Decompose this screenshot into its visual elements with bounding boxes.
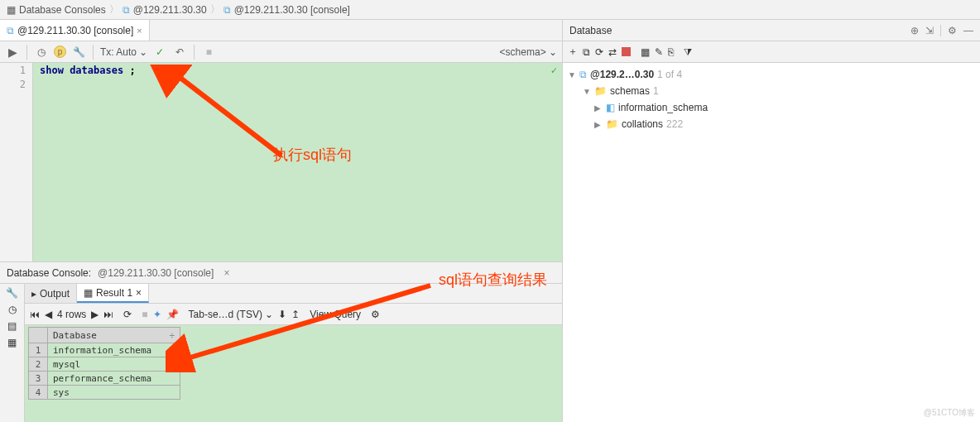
close-icon[interactable]: × [137, 26, 142, 36]
edit-icon[interactable]: ✎ [655, 46, 663, 58]
grid-cell[interactable]: sys [48, 386, 180, 400]
breadcrumb: ▦ Database Consoles 〉 ⧉ @129.211.30.30 〉… [0, 0, 980, 20]
breadcrumb-item-host[interactable]: ⧉ @129.211.30.30 [122, 4, 207, 16]
rows-count: 4 rows [57, 309, 86, 320]
annotation-arrow [149, 65, 290, 172]
tree-count: 1 of 4 [657, 69, 682, 80]
settings-icon[interactable]: ✦ [153, 309, 161, 320]
refresh-icon[interactable]: ⟳ [595, 46, 603, 58]
close-icon[interactable]: × [223, 267, 229, 279]
result-tab[interactable]: ▦ Result 1 × [77, 284, 149, 303]
editor-tab-row: ⧉ @129.211.30.30 [console] × [0, 20, 562, 41]
prev-icon[interactable]: ◀ [45, 309, 52, 320]
wrench-icon[interactable]: 🔧 [6, 287, 18, 299]
expand-icon[interactable]: ▶ [594, 120, 603, 129]
next-page-icon[interactable]: ⏭ [103, 309, 113, 320]
wrench-icon[interactable]: 🔧 [71, 45, 86, 60]
refresh-icon[interactable]: ⟳ [123, 309, 132, 320]
editor-gutter: 1 2 [0, 63, 33, 261]
svg-line-3 [182, 285, 430, 360]
history-button[interactable]: ◷ [34, 45, 49, 60]
tx-mode-dropdown[interactable]: Tx: Auto ⌄ [100, 46, 147, 58]
row-number: 2 [28, 357, 48, 372]
stop-icon[interactable] [622, 47, 631, 56]
console-icon: ⧉ [122, 4, 130, 16]
database-tree[interactable]: ▼ ⧉ @129.2…0.30 1 of 4 ▼ 📁 schemas 1 ▶ ◧… [563, 63, 980, 422]
ddl-icon[interactable]: ⎘ [668, 46, 674, 58]
grid-icon: ▦ [84, 287, 93, 299]
breadcrumb-label: @129.211.30.30 [133, 4, 207, 16]
grid-cell[interactable]: information_schema [48, 343, 180, 357]
tree-count: 222 [666, 118, 683, 130]
tab-label: @129.211.30.30 [console] [17, 25, 133, 36]
layout-icon[interactable]: ▦ [7, 337, 17, 348]
breadcrumb-item-consoles[interactable]: ▦ Database Consoles [7, 4, 106, 16]
hide-icon[interactable]: — [963, 25, 973, 36]
separator [194, 45, 195, 60]
database-toolbar: ＋ ⧉ ⟳ ⇄ ▦ ✎ ⎘ ⧩ [563, 41, 980, 63]
target-icon[interactable]: ⊕ [910, 25, 919, 36]
rollback-icon[interactable]: ↶ [172, 45, 187, 60]
tree-label: collations [622, 118, 663, 130]
tree-schemas[interactable]: ▼ 📁 schemas 1 [568, 83, 975, 99]
tree-label: @129.2…0.30 [590, 69, 654, 80]
column-header[interactable]: Database ÷ [48, 327, 180, 343]
svg-line-1 [174, 73, 281, 156]
output-tab[interactable]: ▸ Output [25, 284, 77, 303]
duplicate-icon[interactable]: ⧉ [583, 46, 590, 58]
chevron-down-icon: ⌄ [549, 46, 557, 58]
editor-toolbar: ▶ ◷ p 🔧 Tx: Auto ⌄ ✓ ↶ ■ <schema> ⌄ [0, 41, 562, 63]
database-panel-header: Database ⊕ ⇲ ⚙ — [563, 20, 980, 41]
row-number: 4 [28, 386, 48, 400]
tree-label: information_schema [618, 102, 708, 113]
tree-datasource[interactable]: ▼ ⧉ @129.2…0.30 1 of 4 [568, 66, 975, 83]
datasource-icon: ⧉ [579, 69, 587, 80]
grid-corner [28, 327, 48, 343]
gear-icon[interactable]: ⚙ [948, 25, 957, 36]
collapse-icon[interactable]: ⇲ [925, 25, 934, 36]
table-icon[interactable]: ▦ [641, 46, 650, 58]
filter-icon[interactable]: ⧩ [684, 46, 692, 58]
folder-icon: ▦ [7, 4, 16, 16]
add-icon[interactable]: ＋ [568, 45, 578, 59]
row-number: 3 [28, 372, 48, 386]
separator [93, 45, 94, 60]
grid-cell[interactable]: performance_schema [48, 372, 180, 386]
expand-icon[interactable]: ▶ [594, 103, 603, 113]
console-icon: ⧉ [223, 4, 231, 16]
commit-icon[interactable]: ✓ [152, 45, 167, 60]
panel-title: Database [569, 25, 612, 36]
schema-dropdown[interactable]: <schema> ⌄ [500, 46, 557, 58]
folder-icon: 📁 [594, 85, 607, 97]
stop-icon: ■ [142, 309, 147, 320]
editor-tab[interactable]: ⧉ @129.211.30.30 [console] × [0, 20, 150, 41]
sync-icon[interactable]: ⇄ [608, 46, 617, 58]
history-icon[interactable]: ◷ [8, 304, 17, 315]
folder-icon: 📁 [606, 118, 618, 130]
annotation-result: sql语句查询结果 [439, 270, 547, 290]
grid-cell[interactable]: mysql [48, 357, 180, 372]
next-icon[interactable]: ▶ [91, 309, 98, 320]
prev-page-icon[interactable]: ⏮ [30, 309, 40, 320]
sql-punct: ; [129, 65, 135, 76]
layout-icon[interactable]: ▤ [7, 320, 17, 332]
watermark: @51CTO博客 [924, 407, 975, 419]
close-icon[interactable]: × [136, 287, 142, 299]
schema-icon: ◧ [606, 102, 615, 113]
line-number: 2 [0, 79, 32, 93]
separator [940, 25, 941, 36]
tab-label: Output [40, 288, 70, 300]
tree-item-collations[interactable]: ▶ 📁 collations 222 [568, 116, 975, 132]
expand-icon[interactable]: ▼ [583, 87, 591, 96]
annotation-arrow [166, 281, 447, 372]
parameter-badge-icon[interactable]: p [54, 46, 66, 58]
run-button[interactable]: ▶ [5, 45, 20, 60]
expand-icon[interactable]: ▼ [568, 70, 576, 79]
tab-label: Result 1 [96, 287, 132, 299]
sql-keyword: show [40, 65, 64, 76]
breadcrumb-label: @129.211.30.30 [console] [234, 4, 350, 16]
row-number: 1 [28, 343, 48, 357]
breadcrumb-item-console[interactable]: ⧉ @129.211.30.30 [console] [223, 4, 350, 16]
tree-item-information-schema[interactable]: ▶ ◧ information_schema [568, 99, 975, 116]
console-icon: ⧉ [7, 25, 14, 36]
